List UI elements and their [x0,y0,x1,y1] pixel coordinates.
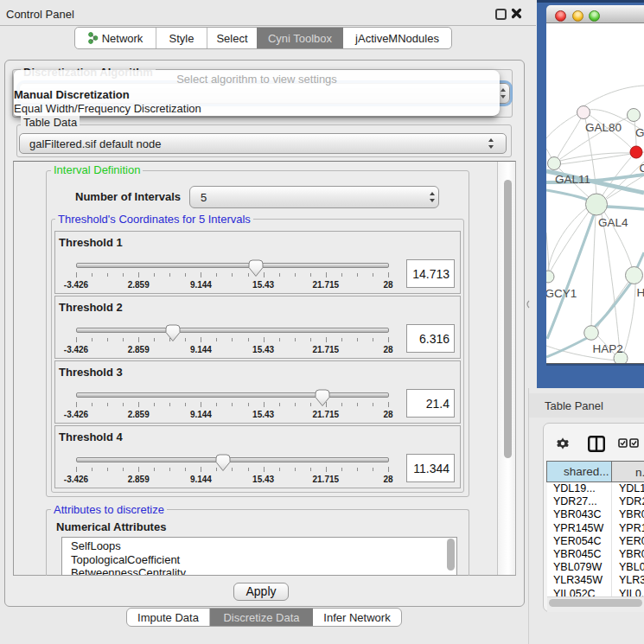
svg-text:H: H [637,286,644,299]
svg-text:GAL80: GAL80 [585,121,622,134]
svg-text:HAP2: HAP2 [593,342,623,355]
svg-text:GAL11: GAL11 [555,173,590,186]
svg-text:GA: GA [635,126,644,139]
svg-text:CY: CY [640,162,644,175]
svg-text:GAL4: GAL4 [598,216,628,229]
svg-text:GCY1: GCY1 [546,287,577,300]
